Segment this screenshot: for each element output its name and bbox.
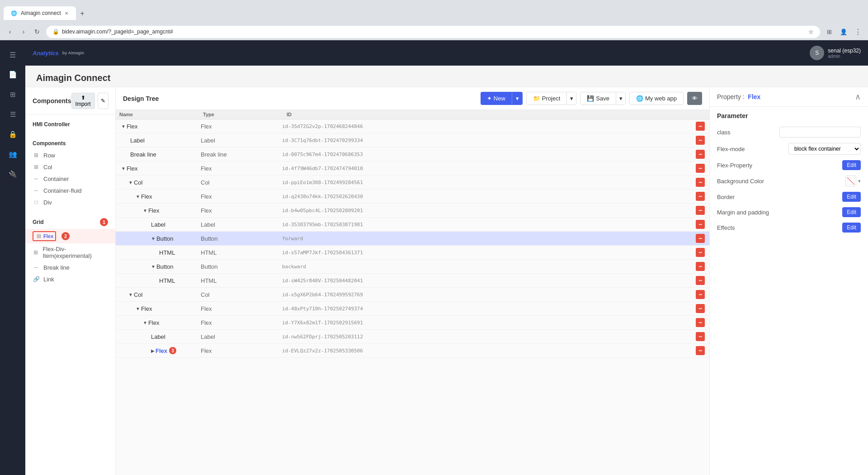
prop-margin-padding-edit-btn[interactable]: Edit [842, 207, 861, 217]
extensions-button[interactable]: ⊞ [823, 25, 835, 38]
prop-flex-property-edit-btn[interactable]: Edit [842, 160, 861, 170]
tree-row-1[interactable]: Label Label id-3C71q76dbt-1702470299334 … [116, 133, 709, 147]
menu-button[interactable]: ⋮ [852, 25, 864, 38]
profile-button[interactable]: 👤 [837, 25, 850, 38]
save-button[interactable]: 💾 Save [580, 92, 616, 105]
tree-del-4: − [695, 178, 706, 187]
del-btn-16[interactable]: − [696, 346, 705, 355]
del-btn-1[interactable]: − [696, 136, 705, 145]
tree-row-7[interactable]: Label Label id-35303795mb-1702503871981 … [116, 218, 709, 232]
del-btn-7[interactable]: − [696, 220, 705, 229]
browser-right-icons: ⊞ 👤 ⋮ [823, 25, 864, 38]
component-row[interactable]: ⊞ Row [25, 149, 115, 161]
tree-row-8[interactable]: ▼ Button Button forward − [116, 232, 709, 246]
del-btn-10[interactable]: − [696, 262, 705, 271]
tree-row-11[interactable]: HTML HTML id-sW425r840V-1702504482041 − [116, 274, 709, 288]
browser-action-icons: ☆ [808, 28, 814, 35]
tab-close-icon[interactable]: ✕ [65, 11, 68, 16]
user-name: senal (esp32) [828, 48, 861, 54]
nav-list-icon[interactable]: ☰ [4, 105, 22, 124]
tree-row-3[interactable]: ▼ Flex Flex id-4f79W46db7-1702474794010 … [116, 162, 709, 176]
tree-row-6[interactable]: ▼ Flex Flex id-b4w05pbc4L-1702502809201 … [116, 204, 709, 218]
component-break-line[interactable]: ↔ Break line [25, 261, 115, 273]
tree-type-16: Flex [201, 347, 282, 354]
del-btn-12[interactable]: − [696, 290, 705, 299]
del-btn-3[interactable]: − [696, 164, 705, 173]
prop-effects-label: Effects [717, 224, 735, 231]
del-btn-4[interactable]: − [696, 178, 705, 187]
tree-label-7: Label [151, 221, 165, 228]
del-btn-2[interactable]: − [696, 150, 705, 159]
col-header-type: Type [203, 112, 287, 117]
del-btn-13[interactable]: − [696, 304, 705, 313]
del-btn-6[interactable]: − [696, 206, 705, 215]
tree-del-3: − [695, 164, 706, 173]
new-dropdown-button[interactable]: ▾ [512, 92, 523, 105]
prop-collapse-btn[interactable]: ∧ [855, 92, 861, 102]
tree-row-12[interactable]: ▼ Col Col id-x5gX6P2b64-1702499592769 − [116, 288, 709, 302]
nav-lock-icon[interactable]: 🔒 [4, 125, 22, 143]
tree-type-6: Flex [201, 207, 282, 214]
forward-button[interactable]: › [17, 25, 30, 38]
back-button[interactable]: ‹ [4, 25, 16, 38]
design-tree-panel: Design Tree ✦ New ▾ 📁 Project ▾ 💾 Save [116, 87, 710, 475]
tree-row-5[interactable]: ▼ Flex Flex id-q2438o74kk-1702502620430 … [116, 190, 709, 204]
component-container[interactable]: ↔ Container [25, 173, 115, 185]
address-bar[interactable]: 🔒 bidev.aimagin.com/?_pageId=_page_amgcn… [46, 26, 820, 38]
prop-row-flex-mode: Flex-mode block flex container inline fl… [717, 143, 861, 155]
component-container-fluid[interactable]: ↔ Container-fluid [25, 185, 115, 196]
tree-label-13: Flex [141, 305, 152, 312]
new-button[interactable]: ✦ New [481, 92, 512, 105]
del-btn-8[interactable]: − [696, 234, 705, 243]
nav-users-icon[interactable]: 👥 [4, 145, 22, 163]
prop-effects-edit-btn[interactable]: Edit [842, 223, 861, 233]
prop-flex-mode-select[interactable]: block flex container inline flex contain… [788, 143, 861, 155]
design-tree: ▼ Flex Flex id-35d72G2v2p-1702468244846 … [116, 119, 709, 475]
tree-row-15[interactable]: Label Label id-nw562FDprj-1702505203112 … [116, 330, 709, 344]
tree-row-10[interactable]: ▼ Button Button backward − [116, 260, 709, 274]
refresh-button[interactable]: ↻ [31, 25, 43, 38]
left-nav: ☰ 📄 ⊞ ☰ 🔒 👥 🔌 [0, 40, 25, 475]
tree-row-14[interactable]: ▼ Flex Flex id-Y7X6x82m1T-1702502915691 … [116, 316, 709, 330]
del-btn-0[interactable]: − [696, 122, 705, 131]
prop-class-input[interactable] [779, 127, 861, 138]
new-tab-button[interactable]: + [76, 7, 89, 20]
webapp-button[interactable]: 🌐 My web app [629, 92, 684, 105]
del-btn-9[interactable]: − [696, 248, 705, 257]
tree-row-16[interactable]: ▶ Flex 3 Flex id-EVLQz27x2z-170250533050… [116, 344, 709, 358]
tree-arrow-0: ▼ [121, 124, 126, 129]
prop-border-edit-btn[interactable]: Edit [842, 192, 861, 202]
nav-page-icon[interactable]: 📄 [4, 66, 22, 84]
color-dropdown-icon[interactable]: ▾ [858, 178, 861, 184]
component-div[interactable]: □ Div [25, 196, 115, 208]
nav-plugin-icon[interactable]: 🔌 [4, 165, 22, 183]
project-button[interactable]: 📁 Project [526, 92, 567, 105]
del-btn-11[interactable]: − [696, 276, 705, 285]
del-btn-14[interactable]: − [696, 318, 705, 327]
save-dropdown-button[interactable]: ▾ [616, 92, 626, 105]
nav-dashboard-icon[interactable]: ⊞ [4, 86, 22, 104]
color-picker-box[interactable] [845, 176, 856, 186]
bookmark-icon[interactable]: ☆ [808, 28, 814, 35]
tree-row-0[interactable]: ▼ Flex Flex id-35d72G2v2p-1702468244846 … [116, 119, 709, 133]
component-flex[interactable]: ⊞ Flex 2 [25, 229, 115, 243]
component-flex-div[interactable]: ⊞ Flex-Div-Item(experimental) [25, 243, 115, 261]
project-dropdown-button[interactable]: ▾ [567, 92, 576, 105]
component-link[interactable]: 🔗 Link [25, 273, 115, 285]
component-col[interactable]: ⊞ Col [25, 161, 115, 173]
page-title: Aimagin Connect [36, 73, 857, 83]
header-right: S senal (esp32) admin [810, 46, 861, 60]
prop-row-border: Border Edit [717, 192, 861, 202]
preview-button[interactable]: 👁 [687, 92, 702, 105]
hamburger-menu[interactable]: ☰ [4, 46, 22, 64]
tree-row-9[interactable]: HTML HTML id-s57aMP7Jkf-1702504361371 − [116, 246, 709, 260]
edit-button[interactable]: ✎ [98, 93, 108, 109]
tree-row-13[interactable]: ▼ Flex Flex id-48xPty710h-1702502749374 … [116, 302, 709, 316]
del-btn-5[interactable]: − [696, 192, 705, 201]
tree-row-2[interactable]: Break line Break line id-0075c967m4-1702… [116, 147, 709, 162]
tree-arrow-8: ▼ [151, 236, 156, 241]
del-btn-15[interactable]: − [696, 332, 705, 341]
tree-row-4[interactable]: ▼ Col Col id-ppiEo1m308-1702499284561 − [116, 176, 709, 190]
import-button[interactable]: ⬆ Import [71, 93, 95, 109]
active-tab[interactable]: 🌐 Aimagin connect ✕ [4, 6, 76, 20]
